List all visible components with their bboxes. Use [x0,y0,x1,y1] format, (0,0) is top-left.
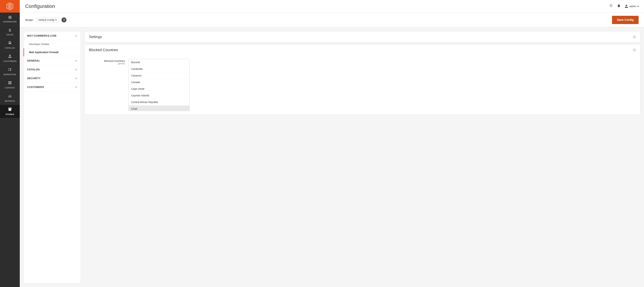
field-label: Blocked Countries [89,60,125,62]
blocked-countries-collapse-icon[interactable]: ⊙ [633,48,636,52]
blocked-countries-section: Blocked Countries ⊙ Blocked Countries [g… [84,44,640,115]
country-option[interactable]: Chad [129,106,190,111]
settings-collapse-icon[interactable]: ⊙ [633,35,636,39]
blocked-countries-title: Blocked Countries [89,48,118,52]
country-option[interactable]: Central African Republic [129,99,190,106]
config-bar: Scope: Default Config ▾ ? Save Config [20,12,644,28]
svg-rect-0 [8,81,10,83]
content-area: MGT-COMMERCE.COM ∧ Developer Toolbar Web… [20,28,644,287]
field-label-area: Blocked Countries [global] [89,59,125,65]
sidebar-item-sales[interactable]: $ SALES [0,25,20,38]
header-actions: admin ▾ [609,4,638,9]
nav-section-general-chevron: ∨ [75,59,77,62]
main-content: Configuration admin ▾ Scope: Default Con… [20,0,644,287]
catalog-icon [8,41,12,46]
nav-item-developer-toolbar[interactable]: Developer Toolbar [24,40,81,48]
nav-section-mgt-commerce[interactable]: MGT-COMMERCE.COM ∧ [24,31,81,40]
search-icon[interactable] [609,4,613,9]
sidebar-logo[interactable] [0,0,20,12]
sidebar-item-content[interactable]: CONTENT [0,78,20,91]
stores-icon [8,107,12,112]
admin-chevron-icon: ▾ [637,5,638,8]
sidebar-item-marketing[interactable]: MARKETING [0,65,20,78]
reports-icon [8,94,12,99]
settings-title: Settings [89,35,102,39]
scope-label: Scope: [25,18,34,21]
admin-label: admin [630,5,636,8]
scope-chevron-icon: ▾ [55,18,56,21]
country-option[interactable]: Cameron [129,72,190,79]
nav-section-catalog[interactable]: CATALOG ∨ [24,65,81,74]
nav-section-customers-chevron: ∨ [75,86,77,88]
settings-title-bar[interactable]: Settings ⊙ [85,31,640,42]
nav-section-customers-title: CUSTOMERS [27,86,44,88]
country-option[interactable]: Cayman Islands [129,92,190,99]
nav-section-customers[interactable]: CUSTOMERS ∨ [24,83,81,91]
countries-listbox[interactable]: BurundiCambodiaCameronCanadaCape VerdeCa… [128,59,190,111]
country-option[interactable]: Burundi [129,59,190,66]
scope-dropdown[interactable]: Default Config ▾ [36,17,59,23]
blocked-countries-content: Blocked Countries [global] BurundiCambod… [85,55,640,114]
nav-section-security-chevron: ∨ [75,77,77,80]
sidebar-item-catalog[interactable]: CATALOG [0,38,20,52]
customers-icon [8,54,12,59]
save-config-button[interactable]: Save Config [612,16,638,24]
country-option[interactable]: Cambodia [129,66,190,72]
sidebar-item-stores[interactable]: STORES [0,105,20,118]
nav-section-catalog-title: CATALOG [27,68,40,71]
field-sublabel: [global] [89,62,125,65]
right-panel: Settings ⊙ Blocked Countries ⊙ Blocked C… [84,31,640,284]
nav-section-mgt-title: MGT-COMMERCE.COM [27,34,56,37]
nav-sub-items-mgt: Developer Toolbar Web Application Firewa… [24,40,81,56]
page-title: Configuration [25,3,55,9]
scope-value: Default Config [38,18,54,21]
settings-section: Settings ⊙ [84,31,640,42]
country-option[interactable]: Cape Verde [129,86,190,92]
blocked-countries-title-bar[interactable]: Blocked Countries ⊙ [85,44,640,55]
nav-item-web-application-firewall[interactable]: Web Application Firewall [24,48,81,56]
blocked-countries-field-row: Blocked Countries [global] BurundiCambod… [89,59,636,111]
country-option[interactable]: Canada [129,79,190,86]
svg-rect-3 [10,83,11,84]
admin-user-menu[interactable]: admin ▾ [624,4,638,8]
left-nav-panel: MGT-COMMERCE.COM ∧ Developer Toolbar Web… [23,31,81,284]
sidebar-item-customers[interactable]: CUSTOMERS [0,52,20,65]
sidebar: ⊞ DASHBOARD $ SALES CATALOG CUSTOMERS MA… [0,0,20,287]
sidebar-item-reports[interactable]: REPORTS [0,91,20,105]
nav-section-mgt-chevron: ∧ [75,34,77,37]
svg-rect-1 [10,81,11,83]
help-icon[interactable]: ? [62,17,66,22]
svg-rect-2 [8,83,10,84]
marketing-icon [8,67,12,72]
sales-icon: $ [9,28,11,33]
nav-section-general-title: GENERAL [27,59,40,62]
nav-section-security-title: SECURITY [27,77,40,80]
nav-section-catalog-chevron: ∨ [75,68,77,71]
nav-section-security[interactable]: SECURITY ∨ [24,74,81,83]
dashboard-icon: ⊞ [8,15,12,20]
sidebar-item-dashboard[interactable]: ⊞ DASHBOARD [0,12,20,25]
content-icon [8,81,12,86]
notification-icon[interactable] [617,4,621,9]
nav-section-general[interactable]: GENERAL ∨ [24,56,81,65]
top-header: Configuration admin ▾ [20,0,644,12]
scope-section: Scope: Default Config ▾ ? [25,17,66,23]
